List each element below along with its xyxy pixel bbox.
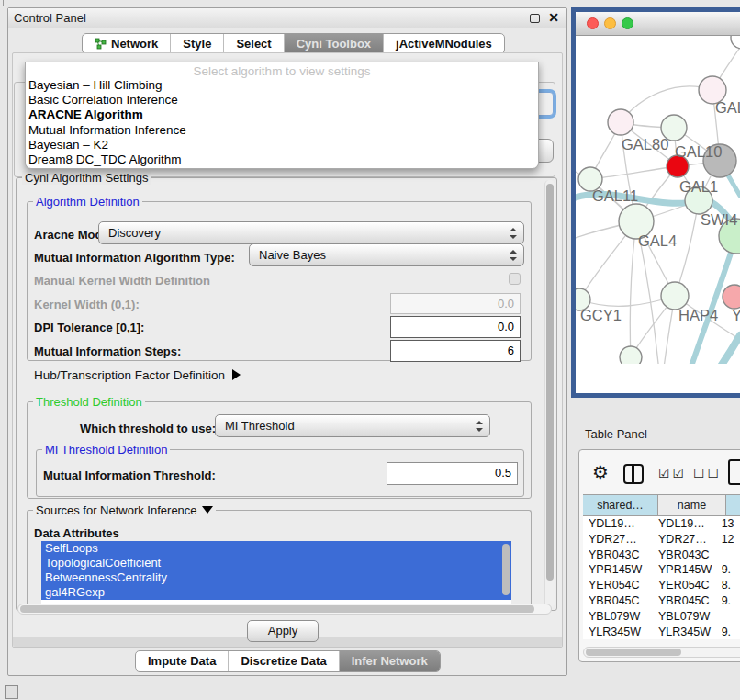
table-cell: YBL079W bbox=[583, 609, 653, 625]
attribute-item[interactable]: TopologicalCoefficient bbox=[41, 556, 511, 570]
column-header[interactable]: A bbox=[726, 495, 740, 516]
mi-steps-field[interactable]: 6 bbox=[390, 340, 521, 362]
network-window-titlebar[interactable] bbox=[576, 12, 740, 36]
node-label: GAL1 bbox=[679, 178, 718, 195]
dpi-tolerance-field[interactable]: 0.0 bbox=[390, 316, 521, 338]
screen: Control Panel ✕ Network Style Select Cyn… bbox=[0, 0, 740, 700]
minimize-traffic-icon[interactable] bbox=[604, 17, 616, 29]
scrollbar-thumb[interactable] bbox=[586, 649, 681, 656]
table-cell: YPR145W bbox=[583, 562, 653, 578]
settings-vertical-scrollbar[interactable] bbox=[544, 180, 555, 608]
table-row[interactable]: YER054CYER054C8. bbox=[583, 578, 740, 593]
apply-button[interactable]: Apply bbox=[247, 620, 319, 642]
network-canvas[interactable]: GALGAL80GAL10GAL1GAL11SWI4GAL4GCY1HAP4YH… bbox=[576, 36, 740, 364]
tab-style[interactable]: Style bbox=[170, 34, 223, 53]
column-header[interactable]: name bbox=[658, 495, 726, 516]
table-body[interactable]: YDL19…YDL19…13YDR27…YDR27…12YBR043CYBR04… bbox=[583, 516, 740, 639]
network-graph: GALGAL80GAL10GAL1GAL11SWI4GAL4GCY1HAP4YH… bbox=[576, 36, 740, 364]
panel-dock-icon[interactable] bbox=[5, 685, 18, 699]
tab-jactivemnodules[interactable]: jActiveMNodules bbox=[383, 34, 504, 53]
list-scrollbar-thumb[interactable] bbox=[502, 544, 510, 595]
spinner-arrows-icon bbox=[509, 228, 516, 239]
attribute-item[interactable]: BetweennessCentrality bbox=[41, 570, 511, 585]
table-cell: 9. bbox=[716, 625, 740, 639]
algorithm-option[interactable]: Mutual Information Inference bbox=[26, 123, 538, 138]
algorithm-dropdown-placeholder: Select algorithm to view settings bbox=[26, 62, 538, 78]
zoom-traffic-icon[interactable] bbox=[622, 17, 633, 29]
table-row[interactable]: YDR27…YDR27…12 bbox=[583, 532, 740, 548]
mi-threshold-label: Mutual Information Threshold: bbox=[43, 469, 216, 482]
table-cell: 9. bbox=[716, 593, 740, 609]
spinner-arrows-icon bbox=[475, 421, 482, 432]
table-cell: YER054C bbox=[583, 578, 653, 593]
sources-group-title[interactable]: Sources for Network Inference bbox=[33, 503, 216, 517]
table-header-row: shared…nameA bbox=[583, 494, 740, 516]
column-header[interactable]: shared… bbox=[583, 495, 658, 516]
tab-select[interactable]: Select bbox=[223, 34, 283, 53]
attribute-item[interactable]: gal4RGexp bbox=[41, 585, 511, 600]
table-cell: YER054C bbox=[653, 578, 716, 593]
algorithm-option[interactable]: Bayesian – Hill Climbing bbox=[26, 78, 538, 93]
column-view-icon[interactable] bbox=[623, 464, 644, 484]
attribute-item[interactable]: SelfLoops bbox=[41, 541, 511, 556]
document-icon[interactable] bbox=[728, 459, 740, 485]
tab-infer-network[interactable]: Infer Network bbox=[339, 651, 440, 671]
expand-right-icon bbox=[232, 369, 241, 380]
threshold-definition-title: Threshold Definition bbox=[33, 395, 145, 409]
deselect-checkboxes-icon[interactable]: ☐☐ bbox=[693, 466, 722, 480]
tab-impute-data[interactable]: Impute Data bbox=[136, 651, 228, 671]
node-label: GAL11 bbox=[592, 187, 638, 204]
node-label: Y bbox=[732, 307, 740, 323]
tab-network[interactable]: Network bbox=[83, 34, 170, 53]
network-node[interactable] bbox=[723, 285, 740, 309]
table-row[interactable]: YPR145WYPR145W9. bbox=[583, 562, 740, 578]
select-all-checkboxes-icon[interactable]: ☑☑ bbox=[658, 466, 687, 480]
algorithm-definition-title: Algorithm Definition bbox=[33, 195, 142, 209]
gear-icon[interactable]: ⚙ bbox=[592, 461, 609, 483]
control-panel-title: Control Panel bbox=[14, 11, 86, 25]
algorithm-dropdown: Select algorithm to view settings Bayesi… bbox=[25, 62, 539, 169]
node-label: HAP4 bbox=[678, 307, 718, 323]
mi-steps-label: Mutual Information Steps: bbox=[34, 344, 181, 358]
manual-kernel-checkbox[interactable] bbox=[509, 273, 521, 285]
tab-cyni-toolbox[interactable]: Cyni Toolbox bbox=[284, 34, 383, 53]
network-view-window: GALGAL80GAL10GAL1GAL11SWI4GAL4GCY1HAP4YH… bbox=[571, 7, 740, 398]
which-threshold-combo[interactable]: MI Threshold bbox=[215, 414, 490, 437]
settings-horizontal-scrollbar[interactable] bbox=[17, 604, 552, 615]
algorithm-option[interactable]: Dream8 DC_TDC Algorithm bbox=[26, 152, 538, 167]
table-row[interactable]: YLR345WYLR345W9. bbox=[583, 625, 740, 639]
close-traffic-icon[interactable] bbox=[587, 17, 599, 29]
algorithm-option[interactable]: Bayesian – K2 bbox=[26, 138, 538, 152]
node-label: GAL10 bbox=[675, 143, 722, 160]
table-row[interactable]: YBR043CYBR043C bbox=[583, 548, 740, 563]
network-node[interactable] bbox=[731, 36, 740, 49]
table-cell: YBR045C bbox=[583, 593, 653, 609]
table-cell bbox=[716, 609, 740, 625]
data-attributes-list[interactable]: SelfLoopsTopologicalCoefficientBetweenne… bbox=[41, 541, 511, 611]
scrollbar-thumb[interactable] bbox=[546, 184, 554, 581]
mi-threshold-field[interactable]: 0.5 bbox=[387, 462, 518, 485]
algorithm-option[interactable]: ARACNE Algorithm bbox=[26, 107, 538, 122]
table-horizontal-scrollbar[interactable] bbox=[583, 647, 740, 658]
table-row[interactable]: YDL19…YDL19…13 bbox=[583, 516, 740, 532]
table-cell: YDR27… bbox=[583, 532, 653, 548]
aracne-mode-combo[interactable]: Discovery bbox=[98, 221, 524, 244]
network-node[interactable] bbox=[620, 346, 642, 364]
network-node[interactable] bbox=[608, 109, 633, 135]
dpi-tolerance-label: DPI Tolerance [0,1]: bbox=[34, 321, 144, 334]
table-row[interactable]: YBR045CYBR045C9. bbox=[583, 593, 740, 609]
tab-discretize-data[interactable]: Discretize Data bbox=[228, 651, 338, 671]
float-window-icon[interactable] bbox=[530, 14, 540, 23]
table-row[interactable]: YBL079WYBL079W bbox=[583, 609, 740, 625]
algorithm-option[interactable]: Basic Correlation Inference bbox=[26, 93, 538, 107]
mi-type-combo[interactable]: Naive Bayes bbox=[249, 243, 524, 266]
collapse-down-icon bbox=[202, 506, 213, 514]
settings-group-title: Cyni Algorithm Settings bbox=[22, 171, 151, 185]
table-cell: YLR345W bbox=[653, 625, 716, 639]
network-node[interactable] bbox=[661, 282, 689, 310]
close-icon[interactable]: ✕ bbox=[548, 10, 559, 25]
scrollbar-thumb[interactable] bbox=[20, 605, 534, 613]
node-label: GAL bbox=[715, 99, 740, 116]
hub-definition-toggle[interactable]: Hub/Transcription Factor Definition bbox=[34, 368, 241, 382]
kernel-width-field[interactable]: 0.0 bbox=[390, 293, 521, 314]
